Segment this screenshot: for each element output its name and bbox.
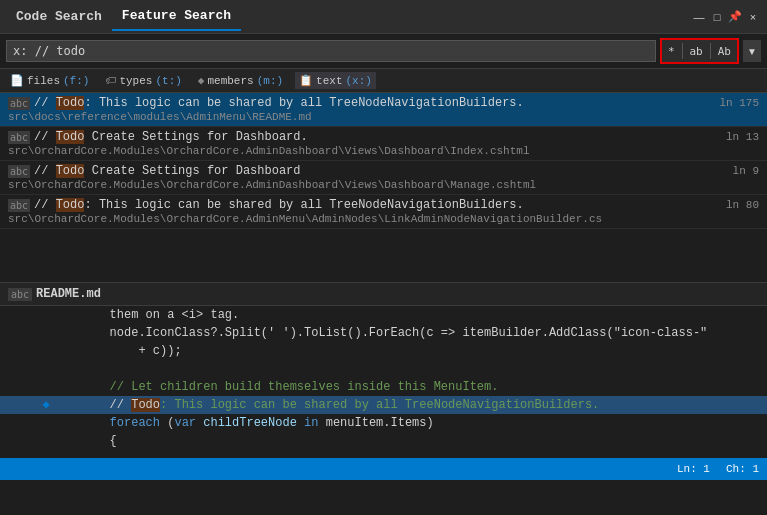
files-icon: 📄 <box>10 74 24 87</box>
search-input-wrapper[interactable] <box>6 40 656 62</box>
preview-container: abc README.md them on a <i> tag. node.Ic… <box>0 283 767 515</box>
line-content-8: { <box>52 432 759 450</box>
word-option-button[interactable]: Ab <box>713 41 736 61</box>
title-bar: Code Search Feature Search — □ 📌 × <box>0 0 767 34</box>
result-content-3: abc // Todo Create Settings for Dashboar… <box>8 164 759 191</box>
filter-members-key: (m:) <box>257 75 283 87</box>
result-path-2: src\OrchardCore.Modules\OrchardCore.Admi… <box>8 145 759 157</box>
tab-feature-search[interactable]: Feature Search <box>112 2 241 31</box>
result-content-4: abc // Todo: This logic can be shared by… <box>8 198 759 225</box>
window-controls: — □ 📌 × <box>691 9 761 25</box>
code-line-8: { <box>0 432 767 450</box>
filter-files-label: files <box>27 75 60 87</box>
code-line-4 <box>0 360 767 378</box>
result-path-3: src\OrchardCore.Modules\OrchardCore.Admi… <box>8 179 759 191</box>
char-position: Ch: 1 <box>726 463 759 475</box>
result-item-2[interactable]: abc // Todo Create Settings for Dashboar… <box>0 127 767 161</box>
result-text-1: // Todo: This logic can be shared by all… <box>34 96 524 110</box>
line-content-2: node.IconClass?.Split(' ').ToList().ForE… <box>52 324 759 342</box>
preview-header: abc README.md <box>0 283 767 306</box>
result-icon-3: abc <box>8 165 30 178</box>
option-separator-1 <box>682 43 683 59</box>
result-main-1: abc // Todo: This logic can be shared by… <box>8 96 759 110</box>
search-dropdown-button[interactable]: ▼ <box>743 40 761 62</box>
filter-text[interactable]: 📋 text (x:) <box>295 72 376 89</box>
result-main-3: abc // Todo Create Settings for Dashboar… <box>8 164 759 178</box>
result-main-2: abc // Todo Create Settings for Dashboar… <box>8 130 759 144</box>
result-item[interactable]: abc // Todo: This logic can be shared by… <box>0 93 767 127</box>
filter-members[interactable]: ◆ members (m:) <box>194 72 287 89</box>
main-container: Code Search Feature Search — □ 📌 × * ab … <box>0 0 767 515</box>
result-line-1: ln 175 <box>711 97 759 109</box>
panels-container: abc // Todo: This logic can be shared by… <box>0 93 767 515</box>
result-icon-2: abc <box>8 131 30 144</box>
line-content-5: // Let children build themselves inside … <box>52 378 759 396</box>
close-button[interactable]: × <box>745 9 761 25</box>
case-option-button[interactable]: ab <box>685 41 708 61</box>
tab-code-search[interactable]: Code Search <box>6 3 112 30</box>
result-icon-4: abc <box>8 199 30 212</box>
search-input[interactable] <box>13 44 649 58</box>
result-line-4: ln 80 <box>718 199 759 211</box>
option-separator-2 <box>710 43 711 59</box>
result-content-1: abc // Todo: This logic can be shared by… <box>8 96 759 123</box>
code-line-3: + c)); <box>0 342 767 360</box>
search-options-group: * ab Ab <box>660 38 739 64</box>
search-bar: * ab Ab ▼ <box>0 34 767 69</box>
code-line-2: node.IconClass?.Split(' ').ToList().ForE… <box>0 324 767 342</box>
filter-bar: 📄 files (f:) 🏷 types (t:) ◆ members (m:)… <box>0 69 767 93</box>
line-position: Ln: 1 <box>677 463 710 475</box>
filter-text-label: text <box>316 75 342 87</box>
minimize-button[interactable]: — <box>691 9 707 25</box>
filter-text-key: (x:) <box>346 75 372 87</box>
result-item-4[interactable]: abc // Todo: This logic can be shared by… <box>0 195 767 229</box>
line-gutter-6: ◆ <box>40 396 52 414</box>
code-line-9 <box>0 450 767 458</box>
result-content-2: abc // Todo Create Settings for Dashboar… <box>8 130 759 157</box>
status-bar: Ln: 1 Ch: 1 <box>0 458 767 480</box>
result-text-3: // Todo Create Settings for Dashboard <box>34 164 300 178</box>
results-panel[interactable]: abc // Todo: This logic can be shared by… <box>0 93 767 283</box>
preview-filename: README.md <box>36 287 101 301</box>
result-icon-1: abc <box>8 97 30 110</box>
filter-types-key: (t:) <box>155 75 181 87</box>
wildcard-option-button[interactable]: * <box>663 41 680 61</box>
result-path-4: src\OrchardCore.Modules\OrchardCore.Admi… <box>8 213 759 225</box>
code-area[interactable]: them on a <i> tag. node.IconClass?.Split… <box>0 306 767 458</box>
line-content-1: them on a <i> tag. <box>52 306 759 324</box>
line-content-6: // Todo: This logic can be shared by all… <box>52 396 759 414</box>
line-content-7: foreach (var childTreeNode in menuItem.I… <box>52 414 759 432</box>
result-line-3: ln 9 <box>725 165 759 177</box>
restore-button[interactable]: □ <box>709 9 725 25</box>
code-line-6: ◆ // Todo: This logic can be shared by a… <box>0 396 767 414</box>
filter-files-key: (f:) <box>63 75 89 87</box>
types-icon: 🏷 <box>105 74 116 87</box>
text-icon: 📋 <box>299 74 313 87</box>
filter-types-label: types <box>119 75 152 87</box>
result-text-2: // Todo Create Settings for Dashboard. <box>34 130 308 144</box>
result-text-4: // Todo: This logic can be shared by all… <box>34 198 524 212</box>
result-path-1: src\docs\reference\modules\AdminMenu\REA… <box>8 111 759 123</box>
filter-files[interactable]: 📄 files (f:) <box>6 72 93 89</box>
preview-file-icon: abc <box>8 288 32 301</box>
code-line-1: them on a <i> tag. <box>0 306 767 324</box>
code-line-5: // Let children build themselves inside … <box>0 378 767 396</box>
result-main-4: abc // Todo: This logic can be shared by… <box>8 198 759 212</box>
result-line-2: ln 13 <box>718 131 759 143</box>
filter-types[interactable]: 🏷 types (t:) <box>101 72 185 89</box>
filter-members-label: members <box>207 75 253 87</box>
code-line-7: foreach (var childTreeNode in menuItem.I… <box>0 414 767 432</box>
line-content-3: + c)); <box>52 342 759 360</box>
pin-button[interactable]: 📌 <box>727 9 743 25</box>
members-icon: ◆ <box>198 74 205 87</box>
result-item-3[interactable]: abc // Todo Create Settings for Dashboar… <box>0 161 767 195</box>
